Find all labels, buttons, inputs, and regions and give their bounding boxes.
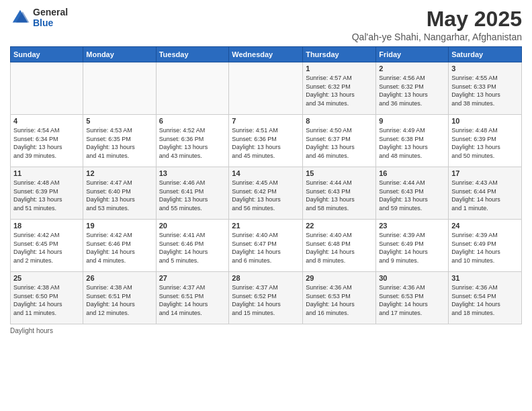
day-detail: Sunrise: 4:43 AM Sunset: 6:44 PM Dayligh… <box>451 179 519 212</box>
day-detail: Sunrise: 4:55 AM Sunset: 6:33 PM Dayligh… <box>451 74 519 107</box>
logo-general-text: General <box>33 7 68 17</box>
day-number: 7 <box>232 117 300 125</box>
day-number: 22 <box>306 222 373 230</box>
day-detail: Sunrise: 4:37 AM Sunset: 6:51 PM Dayligh… <box>159 283 226 317</box>
day-number: 5 <box>86 117 152 125</box>
day-detail: Sunrise: 4:36 AM Sunset: 6:53 PM Dayligh… <box>379 283 445 317</box>
day-detail: Sunrise: 4:53 AM Sunset: 6:35 PM Dayligh… <box>86 126 152 160</box>
day-detail: Sunrise: 4:47 AM Sunset: 6:40 PM Dayligh… <box>86 179 152 212</box>
calendar-cell: 20Sunrise: 4:41 AM Sunset: 6:46 PM Dayli… <box>156 220 229 272</box>
calendar-cell: 6Sunrise: 4:52 AM Sunset: 6:36 PM Daylig… <box>156 115 229 167</box>
day-number: 16 <box>379 169 445 177</box>
day-detail: Sunrise: 4:37 AM Sunset: 6:52 PM Dayligh… <box>232 283 300 317</box>
day-detail: Sunrise: 4:39 AM Sunset: 6:49 PM Dayligh… <box>379 231 445 265</box>
day-number: 30 <box>379 274 445 282</box>
day-detail: Sunrise: 4:50 AM Sunset: 6:37 PM Dayligh… <box>306 126 373 160</box>
day-number: 17 <box>451 169 519 177</box>
day-detail: Sunrise: 4:46 AM Sunset: 6:41 PM Dayligh… <box>159 179 226 212</box>
calendar-cell: 23Sunrise: 4:39 AM Sunset: 6:49 PM Dayli… <box>376 220 449 272</box>
day-number: 8 <box>306 117 373 125</box>
day-number: 11 <box>13 169 80 177</box>
calendar-cell: 26Sunrise: 4:38 AM Sunset: 6:51 PM Dayli… <box>83 272 156 324</box>
day-detail: Sunrise: 4:42 AM Sunset: 6:45 PM Dayligh… <box>13 231 80 265</box>
day-number: 9 <box>379 117 445 125</box>
footer: Daylight hours <box>10 327 522 334</box>
calendar-cell: 22Sunrise: 4:40 AM Sunset: 6:48 PM Dayli… <box>303 220 376 272</box>
day-detail: Sunrise: 4:56 AM Sunset: 6:32 PM Dayligh… <box>379 74 445 107</box>
day-number: 12 <box>86 169 152 177</box>
calendar-cell: 19Sunrise: 4:42 AM Sunset: 6:46 PM Dayli… <box>83 220 156 272</box>
title-block: May 2025 Qal'ah-ye Shahi, Nangarhar, Afg… <box>352 7 522 42</box>
day-detail: Sunrise: 4:38 AM Sunset: 6:50 PM Dayligh… <box>13 283 80 317</box>
col-header-wednesday: Wednesday <box>229 47 303 62</box>
calendar-cell: 4Sunrise: 4:54 AM Sunset: 6:34 PM Daylig… <box>11 115 83 167</box>
day-number: 18 <box>13 222 80 230</box>
day-number: 2 <box>379 64 445 73</box>
calendar-table: SundayMondayTuesdayWednesdayThursdayFrid… <box>10 46 522 324</box>
logo-blue-text: Blue <box>33 17 68 28</box>
calendar-header-row: SundayMondayTuesdayWednesdayThursdayFrid… <box>11 47 522 62</box>
day-detail: Sunrise: 4:52 AM Sunset: 6:36 PM Dayligh… <box>159 126 226 160</box>
calendar-cell: 15Sunrise: 4:44 AM Sunset: 6:43 PM Dayli… <box>303 167 376 220</box>
day-number: 1 <box>306 64 373 73</box>
day-detail: Sunrise: 4:54 AM Sunset: 6:34 PM Dayligh… <box>13 126 80 160</box>
col-header-tuesday: Tuesday <box>156 47 229 62</box>
day-number: 27 <box>159 274 226 282</box>
day-number: 4 <box>13 117 80 125</box>
header: General Blue May 2025 Qal'ah-ye Shahi, N… <box>10 7 522 42</box>
day-number: 13 <box>159 169 226 177</box>
day-detail: Sunrise: 4:40 AM Sunset: 6:47 PM Dayligh… <box>232 231 300 265</box>
calendar-cell: 29Sunrise: 4:36 AM Sunset: 6:53 PM Dayli… <box>303 272 376 324</box>
day-detail: Sunrise: 4:49 AM Sunset: 6:38 PM Dayligh… <box>379 126 445 160</box>
day-detail: Sunrise: 4:51 AM Sunset: 6:36 PM Dayligh… <box>232 126 300 160</box>
day-number: 3 <box>451 64 519 73</box>
day-detail: Sunrise: 4:44 AM Sunset: 6:43 PM Dayligh… <box>379 179 445 212</box>
calendar-week-2: 4Sunrise: 4:54 AM Sunset: 6:34 PM Daylig… <box>11 115 522 167</box>
day-detail: Sunrise: 4:40 AM Sunset: 6:48 PM Dayligh… <box>306 231 373 265</box>
calendar-cell: 11Sunrise: 4:48 AM Sunset: 6:39 PM Dayli… <box>11 167 83 220</box>
calendar-cell: 21Sunrise: 4:40 AM Sunset: 6:47 PM Dayli… <box>229 220 303 272</box>
day-detail: Sunrise: 4:48 AM Sunset: 6:39 PM Dayligh… <box>451 126 519 160</box>
calendar-cell: 13Sunrise: 4:46 AM Sunset: 6:41 PM Dayli… <box>156 167 229 220</box>
day-detail: Sunrise: 4:38 AM Sunset: 6:51 PM Dayligh… <box>86 283 152 317</box>
calendar-cell: 31Sunrise: 4:36 AM Sunset: 6:54 PM Dayli… <box>449 272 522 324</box>
calendar-cell: 24Sunrise: 4:39 AM Sunset: 6:49 PM Dayli… <box>449 220 522 272</box>
day-detail: Sunrise: 4:41 AM Sunset: 6:46 PM Dayligh… <box>159 231 226 265</box>
calendar-cell: 25Sunrise: 4:38 AM Sunset: 6:50 PM Dayli… <box>11 272 83 324</box>
day-detail: Sunrise: 4:44 AM Sunset: 6:43 PM Dayligh… <box>306 179 373 212</box>
day-number: 24 <box>451 222 519 230</box>
calendar-cell: 1Sunrise: 4:57 AM Sunset: 6:32 PM Daylig… <box>303 62 376 115</box>
day-detail: Sunrise: 4:36 AM Sunset: 6:54 PM Dayligh… <box>451 283 519 317</box>
calendar-week-3: 11Sunrise: 4:48 AM Sunset: 6:39 PM Dayli… <box>11 167 522 220</box>
day-number: 6 <box>159 117 226 125</box>
calendar-cell <box>229 62 303 115</box>
calendar-cell: 30Sunrise: 4:36 AM Sunset: 6:53 PM Dayli… <box>376 272 449 324</box>
calendar-cell: 9Sunrise: 4:49 AM Sunset: 6:38 PM Daylig… <box>376 115 449 167</box>
day-number: 19 <box>86 222 152 230</box>
calendar-cell: 5Sunrise: 4:53 AM Sunset: 6:35 PM Daylig… <box>83 115 156 167</box>
day-number: 31 <box>451 274 519 282</box>
day-detail: Sunrise: 4:39 AM Sunset: 6:49 PM Dayligh… <box>451 231 519 265</box>
day-detail: Sunrise: 4:48 AM Sunset: 6:39 PM Dayligh… <box>13 179 80 212</box>
calendar-week-1: 1Sunrise: 4:57 AM Sunset: 6:32 PM Daylig… <box>11 62 522 115</box>
calendar-cell <box>156 62 229 115</box>
day-detail: Sunrise: 4:36 AM Sunset: 6:53 PM Dayligh… <box>306 283 373 317</box>
logo: General Blue <box>10 7 68 28</box>
day-detail: Sunrise: 4:45 AM Sunset: 6:42 PM Dayligh… <box>232 179 300 212</box>
day-number: 25 <box>13 274 80 282</box>
col-header-saturday: Saturday <box>449 47 522 62</box>
day-number: 21 <box>232 222 300 230</box>
col-header-sunday: Sunday <box>11 47 83 62</box>
calendar-cell: 18Sunrise: 4:42 AM Sunset: 6:45 PM Dayli… <box>11 220 83 272</box>
col-header-monday: Monday <box>83 47 156 62</box>
day-detail: Sunrise: 4:42 AM Sunset: 6:46 PM Dayligh… <box>86 231 152 265</box>
calendar-cell <box>11 62 83 115</box>
location-title: Qal'ah-ye Shahi, Nangarhar, Afghanistan <box>352 32 522 42</box>
day-number: 26 <box>86 274 152 282</box>
calendar-week-5: 25Sunrise: 4:38 AM Sunset: 6:50 PM Dayli… <box>11 272 522 324</box>
calendar-cell: 3Sunrise: 4:55 AM Sunset: 6:33 PM Daylig… <box>449 62 522 115</box>
calendar-cell: 8Sunrise: 4:50 AM Sunset: 6:37 PM Daylig… <box>303 115 376 167</box>
calendar-cell: 17Sunrise: 4:43 AM Sunset: 6:44 PM Dayli… <box>449 167 522 220</box>
calendar-cell: 7Sunrise: 4:51 AM Sunset: 6:36 PM Daylig… <box>229 115 303 167</box>
day-number: 14 <box>232 169 300 177</box>
